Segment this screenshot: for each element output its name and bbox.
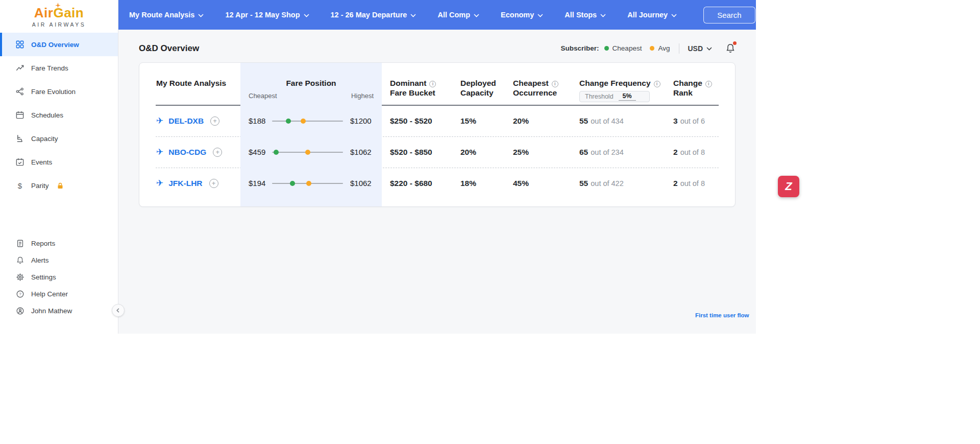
- user-icon: [15, 306, 25, 316]
- sidebar-item-label: John Mathew: [31, 307, 72, 315]
- cheapest-occurrence: 20%: [513, 116, 529, 125]
- plane-icon: ✈: [156, 115, 163, 126]
- filter-route-analysis[interactable]: My Route Analysis: [129, 11, 204, 19]
- sidebar-nav: O&D Overview Fare Trends Fare Evolution …: [0, 33, 118, 197]
- add-route-button[interactable]: [210, 116, 219, 126]
- table-row: ✈ JFK-LHR $194 $1062 $220 - $680 18% 45%…: [139, 168, 735, 199]
- currency-selector[interactable]: USD: [688, 44, 712, 53]
- change-rank-value: 2: [673, 179, 678, 188]
- cheapest-marker[interactable]: [274, 150, 279, 155]
- cheapest-price: $459: [249, 148, 272, 156]
- create-watchlist-button[interactable]: Create Watchlist: [780, 11, 838, 19]
- avg-marker[interactable]: [306, 181, 311, 186]
- fare-position-slider: [272, 152, 343, 153]
- chevron-down-icon: [671, 14, 677, 17]
- cheapest-occurrence: 45%: [513, 179, 529, 188]
- filter-cabin-class[interactable]: Economy: [501, 11, 543, 19]
- sidebar-item-capacity[interactable]: Capacity: [0, 127, 118, 150]
- info-icon[interactable]: [705, 81, 712, 87]
- legend-cheapest: Cheapest: [604, 44, 642, 52]
- sidebar-item-label: Parity: [31, 182, 49, 190]
- search-button[interactable]: Search: [703, 7, 755, 24]
- cheapest-marker[interactable]: [286, 119, 291, 124]
- lock-icon: [57, 182, 63, 189]
- change-frequency-total: out of 434: [591, 117, 624, 125]
- green-dot-icon: [604, 46, 609, 51]
- sidebar-item-reports[interactable]: Reports: [0, 235, 118, 252]
- sidebar-item-alerts[interactable]: Alerts: [0, 252, 118, 269]
- route-link[interactable]: NBO-CDG: [168, 148, 206, 157]
- threshold-input[interactable]: Threshold 5%: [579, 91, 650, 102]
- dominant-fare-bucket: $520 - $850: [390, 148, 432, 156]
- col-fare-position-header: Fare Position Cheapest Highest: [240, 78, 382, 105]
- cheapest-marker[interactable]: [290, 181, 295, 186]
- chevron-down-icon: [537, 14, 543, 17]
- filter-journey-type[interactable]: All Journey: [627, 11, 677, 19]
- sidebar-item-fare-trends[interactable]: Fare Trends: [0, 56, 118, 80]
- sidebar-item-od-overview[interactable]: O&D Overview: [0, 33, 118, 56]
- page-title: O&D Overview: [139, 43, 199, 54]
- filter-departure-dates[interactable]: 12 - 26 May Departure: [331, 11, 416, 19]
- brand-name: AirGain: [34, 6, 84, 19]
- route-link[interactable]: DEL-DXB: [168, 116, 204, 126]
- highest-price: $1062: [350, 148, 374, 156]
- chevron-down-icon: [600, 14, 606, 17]
- gear-icon: [15, 272, 25, 283]
- sidebar-item-schedules[interactable]: Schedules: [0, 103, 118, 127]
- sidebar-item-label: Settings: [31, 273, 56, 281]
- fare-highest-sublabel: Highest: [351, 92, 374, 100]
- col-route-header: My Route Analysis: [156, 79, 226, 87]
- app-window: AirGain AIR AIRWAYS O&D Overview Fare Tr…: [0, 0, 980, 444]
- trend-icon: [15, 63, 25, 73]
- filter-competitors[interactable]: All Comp: [437, 11, 479, 19]
- change-rank-value: 2: [673, 148, 678, 156]
- chevron-down-icon: [198, 14, 204, 17]
- avg-marker[interactable]: [305, 150, 310, 155]
- info-icon[interactable]: [429, 81, 436, 87]
- sidebar-item-profile[interactable]: John Mathew: [0, 302, 118, 319]
- main-content: O&D Overview Subscriber: Cheapest Avg US…: [118, 30, 756, 334]
- info-icon[interactable]: [552, 81, 558, 87]
- sidebar-item-events[interactable]: Events: [0, 150, 118, 174]
- table-row: ✈ NBO-CDG $459 $1062 $520 - $850 20% 25%…: [139, 137, 735, 168]
- sidebar-item-settings[interactable]: Settings: [0, 269, 118, 286]
- route-link[interactable]: JFK-LHR: [168, 179, 202, 188]
- grid-icon: [15, 39, 25, 50]
- change-frequency-value: 55: [579, 179, 588, 188]
- add-route-button[interactable]: [209, 179, 218, 188]
- event-icon: [15, 157, 25, 167]
- change-rank-value: 3: [673, 116, 678, 125]
- deployed-capacity: 15%: [460, 116, 476, 125]
- chevron-down-icon: [304, 14, 309, 17]
- avg-marker[interactable]: [301, 119, 306, 124]
- threshold-value[interactable]: 5%: [619, 92, 636, 101]
- sidebar-item-label: Reports: [31, 240, 55, 247]
- chevron-down-icon: [706, 47, 712, 51]
- highest-price: $1200: [350, 116, 374, 125]
- filter-stops[interactable]: All Stops: [565, 11, 606, 19]
- notifications-button[interactable]: [725, 43, 736, 54]
- sidebar-item-label: Schedules: [31, 111, 63, 119]
- help-icon: ?: [15, 289, 25, 299]
- sidebar-item-label: O&D Overview: [31, 41, 79, 49]
- sidebar-item-fare-evolution[interactable]: Fare Evolution: [0, 80, 118, 103]
- sidebar-item-label: Help Center: [31, 290, 68, 298]
- sidebar-item-parity[interactable]: $ Parity: [0, 174, 118, 197]
- fare-position-slider: [272, 183, 343, 184]
- sidebar-item-help-center[interactable]: ? Help Center: [0, 286, 118, 302]
- dominant-fare-bucket: $250 - $520: [390, 116, 432, 125]
- sidebar-item-label: Capacity: [31, 135, 58, 143]
- report-icon: [15, 239, 25, 249]
- change-frequency-total: out of 234: [591, 148, 624, 156]
- spark-icon: [55, 3, 61, 8]
- threshold-label: Threshold: [585, 93, 614, 100]
- first-time-user-flow-link[interactable]: First time user flow: [695, 312, 749, 318]
- change-rank-total: out of 8: [680, 148, 705, 156]
- info-icon[interactable]: [654, 81, 660, 87]
- cheapest-price: $194: [249, 179, 272, 188]
- dollar-icon: $: [15, 180, 25, 191]
- filter-shop-dates[interactable]: 12 Apr - 12 May Shop: [225, 11, 309, 19]
- feedback-widget-button[interactable]: Z: [778, 176, 799, 197]
- sidebar-collapse-button[interactable]: [112, 304, 125, 317]
- add-route-button[interactable]: [213, 148, 222, 157]
